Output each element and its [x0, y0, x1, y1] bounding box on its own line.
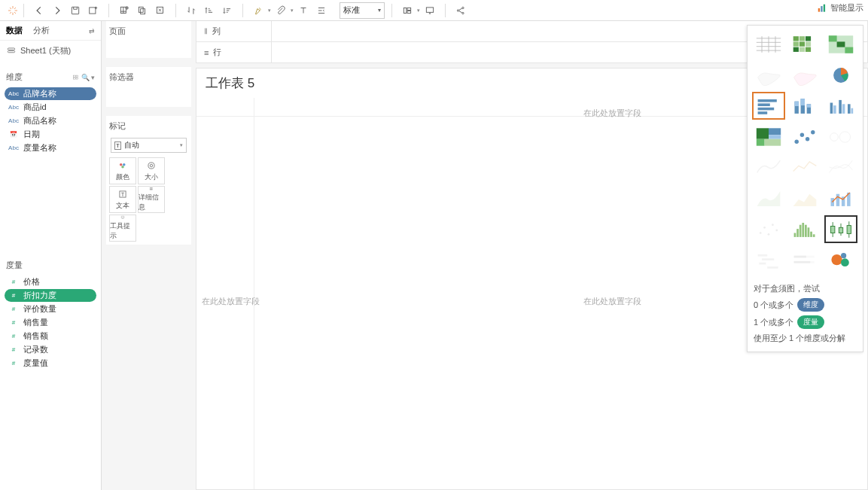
svg-point-21	[123, 163, 126, 166]
search-icon[interactable]: 🔍	[81, 74, 90, 81]
svg-rect-68	[765, 138, 781, 145]
measure-field[interactable]: #记录数	[5, 343, 96, 356]
svg-rect-0	[72, 7, 78, 14]
tableau-logo	[5, 2, 21, 19]
attach-button[interactable]	[273, 2, 289, 19]
showme-text-table[interactable]	[752, 30, 785, 58]
dimension-field[interactable]: 📅日期	[5, 128, 96, 141]
svg-rect-99	[762, 258, 774, 260]
svg-rect-67	[757, 138, 765, 145]
measure-field[interactable]: #价格	[5, 275, 96, 288]
tab-data[interactable]: 数据	[6, 25, 23, 36]
pane-settings-icon[interactable]: ⇄	[89, 27, 95, 35]
label-button[interactable]	[295, 2, 312, 19]
showme-pie[interactable]	[824, 61, 857, 89]
clear-button[interactable]	[152, 2, 169, 19]
new-data-button[interactable]	[85, 2, 102, 19]
svg-rect-19	[76, 78, 78, 79]
view-icon[interactable]	[72, 74, 80, 81]
svg-rect-41	[799, 47, 805, 51]
svg-point-74	[839, 131, 850, 142]
measure-field[interactable]: #销售量	[5, 316, 96, 329]
showme-circle-view[interactable]	[788, 123, 821, 151]
svg-point-23	[148, 162, 154, 168]
svg-rect-30	[121, 216, 124, 218]
share-button[interactable]	[452, 2, 469, 19]
forward-button[interactable]	[49, 2, 65, 19]
showme-stacked-bar[interactable]	[788, 92, 821, 120]
datasource-item[interactable]: Sheet1 (天猫)	[0, 41, 101, 61]
new-worksheet-button[interactable]	[116, 2, 132, 19]
svg-rect-4	[139, 7, 143, 12]
showme-icon	[817, 3, 827, 14]
duplicate-button[interactable]	[134, 2, 151, 19]
presentation-button[interactable]	[422, 2, 438, 19]
svg-rect-100	[759, 262, 766, 264]
showme-box-plot[interactable]	[824, 215, 857, 243]
format-button[interactable]	[313, 2, 330, 19]
dimension-field[interactable]: Abc品牌名称	[5, 87, 96, 100]
marks-detail-label: 详细信息	[139, 193, 164, 212]
showme-highlight-table[interactable]	[824, 30, 857, 58]
dimension-field[interactable]: Abc度量名称	[5, 142, 96, 154]
measure-field[interactable]: #评价数量	[5, 303, 96, 315]
svg-rect-9	[407, 11, 411, 13]
showme-packed-bubbles[interactable]	[824, 246, 857, 274]
showme-line-discrete	[788, 154, 821, 181]
save-button[interactable]	[67, 2, 84, 19]
marks-color-button[interactable]: 颜色	[109, 157, 136, 184]
marks-size-button[interactable]: 大小	[138, 157, 165, 184]
measure-field[interactable]: #折扣力度	[5, 289, 96, 302]
field-label: 价格	[23, 276, 40, 288]
drop-hint-body: 在此处放置字段	[583, 296, 641, 307]
showme-dual-combination[interactable]	[824, 184, 857, 212]
sort-asc-button[interactable]	[201, 2, 218, 19]
fit-select[interactable]: 标准 ▾	[340, 2, 385, 19]
svg-rect-15	[8, 50, 14, 52]
measure-field[interactable]: #度量值	[5, 357, 96, 370]
show-cards-button[interactable]	[399, 2, 416, 19]
marks-tooltip-button[interactable]: 工具提示	[109, 215, 136, 242]
highlight-button[interactable]	[250, 2, 266, 19]
svg-point-80	[763, 226, 766, 228]
measures-header: 度量	[6, 260, 23, 271]
tab-analytics[interactable]: 分析	[33, 25, 50, 36]
dropdown-icon[interactable]: ▾	[91, 74, 95, 81]
swap-button[interactable]	[183, 2, 199, 19]
pages-card[interactable]: 页面	[106, 21, 191, 58]
svg-rect-84	[794, 233, 796, 236]
data-pane: 数据 分析 ⇄ Sheet1 (天猫) 维度 🔍 ▾ Abc品牌名称 Abc商品…	[0, 21, 102, 490]
showme-histogram[interactable]	[788, 215, 821, 243]
field-label: 商品名称	[23, 115, 56, 126]
showme-side-by-side-bar[interactable]	[824, 92, 857, 120]
dropdown-icon[interactable]: ▾	[268, 8, 271, 14]
dropdown-icon[interactable]: ▾	[417, 8, 420, 14]
showme-treemap[interactable]	[752, 123, 785, 151]
svg-rect-7	[404, 8, 407, 13]
field-label: 评价数量	[23, 303, 56, 315]
marks-text-button[interactable]: 文本	[109, 186, 136, 213]
showme-toggle[interactable]: 智能显示	[817, 2, 863, 14]
separator	[175, 4, 176, 17]
size-icon	[146, 160, 157, 171]
dropdown-icon[interactable]: ▾	[291, 8, 294, 14]
filters-card[interactable]: 筛选器	[106, 67, 191, 107]
mark-type-select[interactable]: T自动 ▾	[111, 138, 187, 153]
number-type-icon: #	[8, 292, 20, 299]
svg-point-108	[841, 253, 846, 258]
dimension-field[interactable]: Abc商品名称	[5, 114, 96, 127]
measure-field[interactable]: #销售额	[5, 330, 96, 342]
svg-point-106	[831, 254, 842, 264]
sort-desc-button[interactable]	[219, 2, 236, 19]
showme-horizontal-bar[interactable]	[752, 92, 785, 120]
columns-icon: ⦀	[204, 26, 208, 36]
svg-rect-58	[830, 102, 833, 113]
number-type-icon: #	[8, 346, 20, 353]
svg-rect-90	[810, 231, 812, 236]
svg-rect-31	[818, 8, 820, 12]
back-button[interactable]	[31, 2, 47, 19]
dimension-field[interactable]: Abc商品id	[5, 101, 96, 114]
showme-heatmap[interactable]	[788, 30, 821, 58]
showme-line-continuous	[752, 154, 785, 181]
marks-detail-button[interactable]: 详细信息	[138, 186, 165, 213]
